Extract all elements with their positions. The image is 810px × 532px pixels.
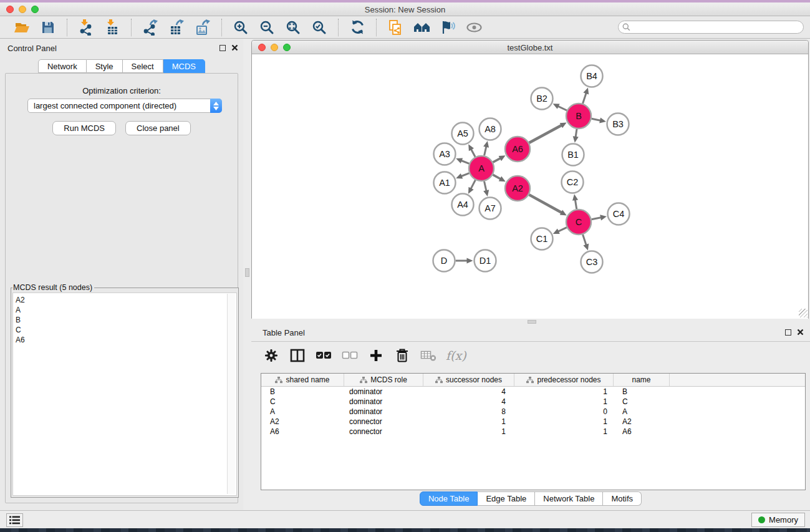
column-header-name[interactable]: name [614, 374, 670, 386]
function-builder-icon[interactable]: f(x) [446, 349, 466, 362]
graph-edge-A-A1[interactable] [461, 173, 470, 177]
cell-name[interactable]: C [614, 397, 670, 406]
unselect-all-columns-icon[interactable] [341, 347, 359, 364]
home-pair-icon[interactable] [410, 18, 433, 37]
cell-successor-nodes[interactable]: 4 [423, 387, 514, 396]
export-network-icon[interactable] [139, 18, 162, 37]
graph-edge-A2-C[interactable] [529, 195, 562, 213]
cell-successor-nodes[interactable]: 8 [423, 407, 514, 416]
delete-column-trash-icon[interactable] [393, 347, 411, 364]
cell-predecessor-nodes[interactable]: 1 [514, 417, 614, 426]
table-row[interactable]: C dominator 4 1 C [261, 397, 805, 407]
refresh-layout-icon[interactable] [346, 18, 369, 37]
zoom-selected-icon[interactable] [308, 18, 330, 37]
result-item[interactable]: A6 [16, 335, 236, 345]
network-canvas[interactable]: B4B2BB3A8A5A6A3B1AA1C2A2A4A7CC4C1C3DD1 [252, 55, 808, 319]
graph-edge-A-A3[interactable] [461, 160, 470, 163]
result-list-scrollbar[interactable] [227, 294, 235, 494]
table-row[interactable]: A dominator 8 0 A [261, 407, 805, 417]
tab-edge-table[interactable]: Edge Table [478, 491, 535, 506]
result-item[interactable]: B [16, 315, 236, 325]
open-file-icon[interactable] [11, 18, 33, 37]
graph-edge-B-B3[interactable] [592, 118, 602, 120]
cell-shared-name[interactable]: A2 [261, 417, 344, 426]
memory-button[interactable]: Memory [751, 513, 805, 527]
graph-edge-C-C4[interactable] [592, 217, 602, 219]
close-table-panel-icon[interactable] [797, 329, 804, 336]
vertical-splitter-handle[interactable] [245, 268, 249, 277]
run-mcds-button[interactable]: Run MCDS [52, 121, 116, 135]
graph-edge-A-A2[interactable] [493, 175, 501, 179]
close-panel-button[interactable]: Close panel [125, 121, 191, 135]
create-column-plus-icon[interactable] [367, 347, 385, 364]
graph-edge-A-A6[interactable] [493, 158, 501, 162]
cell-mcds-role[interactable]: connector [344, 427, 423, 436]
float-panel-icon[interactable] [219, 45, 226, 51]
graph-edge-C-C1[interactable] [557, 228, 567, 232]
eye-icon[interactable] [463, 18, 485, 37]
tab-network-table[interactable]: Network Table [535, 491, 603, 506]
graph-edge-A-A5[interactable] [471, 148, 475, 157]
horizontal-splitter-handle[interactable] [528, 320, 536, 324]
import-table-icon[interactable] [101, 18, 123, 37]
cell-predecessor-nodes[interactable]: 1 [514, 397, 614, 406]
save-session-icon[interactable] [37, 18, 59, 37]
tab-style[interactable]: Style [87, 59, 123, 73]
cell-name[interactable]: B [614, 387, 670, 396]
cell-mcds-role[interactable]: dominator [344, 397, 423, 406]
export-table-icon[interactable] [165, 18, 188, 37]
cell-shared-name[interactable]: B [261, 387, 344, 396]
result-item[interactable]: A [16, 305, 236, 315]
cell-shared-name[interactable]: A6 [261, 427, 344, 436]
tab-mcds[interactable]: MCDS [163, 59, 205, 73]
cell-shared-name[interactable]: C [261, 397, 344, 406]
import-network-icon[interactable] [75, 18, 97, 37]
graph-edge-A-A4[interactable] [471, 180, 476, 190]
cell-name[interactable]: A6 [614, 427, 670, 436]
graph-edge-C-C3[interactable] [583, 235, 587, 246]
cell-predecessor-nodes[interactable]: 1 [514, 427, 614, 436]
float-table-panel-icon[interactable] [785, 329, 791, 336]
graph-edge-B-B1[interactable] [576, 129, 577, 138]
cell-successor-nodes[interactable]: 1 [423, 417, 514, 426]
cell-successor-nodes[interactable]: 4 [423, 397, 514, 406]
zoom-in-icon[interactable] [229, 18, 252, 37]
task-history-button[interactable] [6, 513, 23, 527]
close-panel-icon[interactable] [231, 44, 238, 51]
window-resize-grip[interactable] [799, 309, 808, 317]
cell-successor-nodes[interactable]: 1 [423, 427, 514, 436]
hide-graphics-details-icon[interactable] [436, 18, 459, 37]
cell-mcds-role[interactable]: dominator [344, 407, 423, 416]
result-item[interactable]: C [16, 325, 236, 335]
optimization-criterion-dropdown[interactable]: largest connected component (directed) [27, 99, 222, 113]
mcds-result-list[interactable]: A2 A B C A6 [12, 293, 237, 496]
result-item[interactable]: A2 [16, 295, 236, 305]
cell-name[interactable]: A [614, 407, 670, 416]
graph-edge-A6-B[interactable] [529, 125, 562, 143]
cell-mcds-role[interactable]: dominator [344, 387, 423, 396]
network-graph[interactable]: B4B2BB3A8A5A6A3B1AA1C2A2A4A7CC4C1C3DD1 [252, 55, 808, 319]
tab-select[interactable]: Select [123, 59, 163, 73]
tab-motifs[interactable]: Motifs [603, 491, 642, 506]
tab-network[interactable]: Network [38, 59, 87, 73]
search-input[interactable] [618, 21, 804, 34]
table-row[interactable]: A2 connector 1 1 A2 [261, 417, 805, 427]
table-row[interactable]: A6 connector 1 1 A6 [261, 427, 805, 437]
delete-table-icon[interactable] [420, 347, 437, 364]
graph-edge-A-A7[interactable] [484, 181, 486, 192]
cell-shared-name[interactable]: A [261, 407, 344, 416]
graph-edge-B-B4[interactable] [583, 92, 587, 104]
cell-predecessor-nodes[interactable]: 1 [514, 387, 614, 396]
column-header-shared-name[interactable]: shared name [261, 374, 344, 386]
zoom-fit-icon[interactable] [282, 18, 304, 37]
graph-edge-A-A8[interactable] [485, 146, 486, 156]
cell-name[interactable]: A2 [614, 417, 670, 426]
column-header-successor-nodes[interactable]: successor nodes [423, 374, 514, 386]
tab-node-table[interactable]: Node Table [420, 491, 478, 506]
column-header-mcds-role[interactable]: MCDS role [344, 374, 423, 386]
show-column-panel-icon[interactable] [289, 347, 306, 364]
cell-mcds-role[interactable]: connector [344, 417, 423, 426]
cell-predecessor-nodes[interactable]: 0 [514, 407, 614, 416]
graph-edge-B-B2[interactable] [557, 106, 567, 110]
select-all-columns-icon[interactable] [315, 347, 332, 364]
